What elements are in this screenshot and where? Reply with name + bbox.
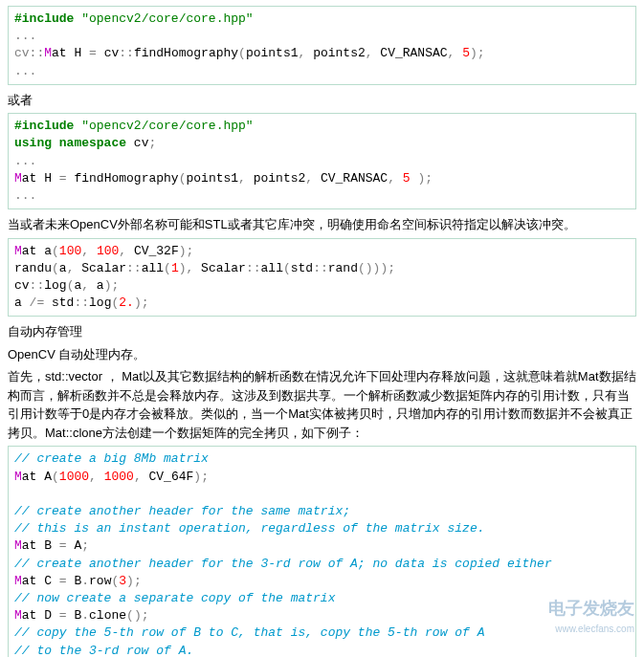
text-or: 或者 (8, 91, 636, 110)
code-block-2: #include "opencv2/core/core.hpp" using n… (8, 113, 636, 209)
text-namespace: 当或者未来OpenCV外部名称可能和STL或者其它库冲突，明确使用命名空间标识符… (8, 215, 636, 234)
text-memory-title: 自动内存管理 (8, 322, 636, 341)
code-block-3: Mat a(100, 100, CV_32F); randu(a, Scalar… (8, 238, 636, 318)
text-memory-body: 首先，std::vector ， Mat以及其它数据结构的解析函数在情况允许下回… (8, 367, 636, 442)
code-block-4: // create a big 8Mb matrix Mat A(1000, 1… (8, 446, 636, 657)
text-memory-intro: OpenCV 自动处理内存。 (8, 345, 636, 364)
code-block-1: #include "opencv2/core/core.hpp" ... cv:… (8, 6, 636, 85)
